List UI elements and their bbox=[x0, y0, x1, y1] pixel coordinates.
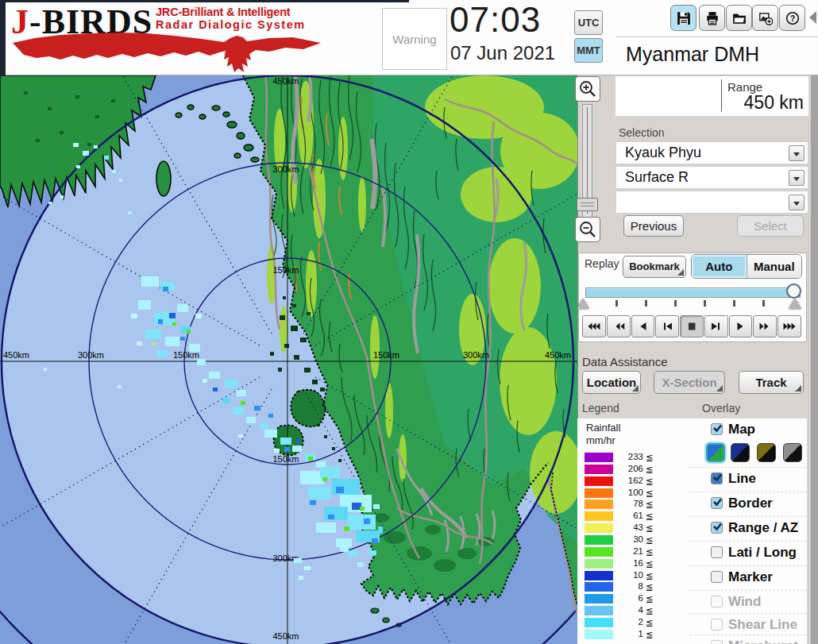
eagle-logo bbox=[11, 32, 322, 73]
utc-button[interactable]: UTC bbox=[574, 10, 603, 35]
legend-leq: ≦ bbox=[646, 452, 654, 463]
zoom-control bbox=[574, 76, 602, 243]
legend-leq: ≦ bbox=[646, 523, 654, 534]
xsection-button[interactable]: X-Section bbox=[654, 371, 725, 394]
site-value: Kyauk Phyu bbox=[625, 145, 701, 161]
chevron-down-icon[interactable] bbox=[789, 170, 804, 186]
legend-value: 2 bbox=[588, 617, 643, 627]
legend-value: 100 bbox=[588, 488, 643, 497]
svg-text:450km: 450km bbox=[3, 350, 29, 360]
legend-leq: ≦ bbox=[646, 629, 654, 640]
overlay-label-map: Map bbox=[728, 422, 755, 438]
print-icon bbox=[705, 11, 720, 25]
slider-start-marker[interactable] bbox=[577, 299, 589, 309]
product-combo[interactable]: Surface R bbox=[615, 166, 808, 189]
mmt-button[interactable]: MMT bbox=[574, 38, 603, 63]
clock-time: 07:03 bbox=[450, 0, 541, 40]
overlay-label-shear-line: Shear Line bbox=[728, 617, 797, 633]
stop-button[interactable] bbox=[680, 315, 704, 337]
fast-rewind-button[interactable] bbox=[607, 315, 631, 337]
panel-scrollbar[interactable] bbox=[811, 75, 818, 644]
legend-value: 43 bbox=[588, 523, 643, 532]
legend-unit: mm/hr bbox=[586, 434, 615, 446]
overlay-checkbox-border[interactable] bbox=[711, 497, 723, 509]
clock-date: 07 Jun 2021 bbox=[450, 42, 555, 64]
folder-icon bbox=[732, 11, 747, 25]
map-style-olive[interactable] bbox=[757, 443, 776, 462]
map-style-green[interactable] bbox=[706, 443, 725, 462]
location-button[interactable]: Location bbox=[582, 371, 641, 394]
overlay-label: Overlay bbox=[702, 402, 740, 415]
logo-subtitle-1: JRC-Brilliant & Intelligent bbox=[156, 6, 290, 18]
legend-value: 61 bbox=[588, 511, 643, 520]
select-button[interactable]: Select bbox=[737, 215, 804, 237]
legend-value: 10 bbox=[588, 570, 643, 580]
panel-collapse-arrow[interactable] bbox=[809, 11, 816, 24]
auto-button[interactable]: Auto bbox=[692, 255, 747, 278]
legend-label: Legend bbox=[582, 402, 619, 415]
overlay-checkbox-line[interactable] bbox=[711, 472, 723, 484]
chevron-down-icon[interactable] bbox=[789, 195, 804, 210]
svg-text:150km: 150km bbox=[272, 265, 299, 275]
legend-leq: ≦ bbox=[646, 558, 654, 569]
overlay-checkbox-lati-long[interactable] bbox=[711, 546, 723, 558]
warning-panel[interactable]: Warning bbox=[382, 8, 447, 70]
svg-text:450km: 450km bbox=[545, 350, 571, 360]
overlay-checkbox-marker[interactable] bbox=[711, 571, 723, 583]
zoom-out-button[interactable] bbox=[575, 217, 600, 242]
legend-value: 30 bbox=[588, 534, 643, 544]
replay-slider-handle[interactable] bbox=[786, 283, 801, 299]
chevron-down-icon[interactable] bbox=[789, 145, 804, 161]
image-plus-icon bbox=[758, 11, 773, 25]
previous-button[interactable]: Previous bbox=[623, 215, 684, 237]
legend-value: 21 bbox=[588, 546, 643, 556]
bookmark-button[interactable]: Bookmark bbox=[623, 256, 686, 278]
overlay-label-range-az: Range / AZ bbox=[728, 520, 798, 536]
track-button[interactable]: Track bbox=[739, 371, 804, 394]
forward-all-button[interactable] bbox=[777, 315, 801, 337]
legend-leq: ≦ bbox=[646, 581, 654, 592]
save-button[interactable] bbox=[670, 5, 696, 31]
step-back-button[interactable] bbox=[655, 315, 679, 337]
play-backward-button[interactable] bbox=[631, 315, 655, 337]
replay-slider[interactable] bbox=[585, 287, 801, 298]
overlay-checkbox-microburst[interactable] bbox=[711, 640, 723, 644]
selection-label: Selection bbox=[619, 126, 665, 139]
overlay-checkbox-shear-line[interactable] bbox=[711, 619, 723, 631]
zoom-in-button[interactable] bbox=[575, 76, 600, 102]
overlay-checkbox-wind[interactable] bbox=[711, 596, 723, 607]
step-forward-button[interactable] bbox=[704, 315, 728, 337]
station-name: Myanmar DMH bbox=[626, 43, 759, 66]
site-combo[interactable]: Kyauk Phyu bbox=[615, 141, 808, 164]
zoom-out-icon bbox=[578, 220, 597, 239]
radar-map[interactable]: 450km 300km 150km 150km 300km 450km 450k… bbox=[0, 75, 577, 644]
overlay-checkbox-map[interactable] bbox=[711, 423, 723, 435]
capture-button[interactable] bbox=[752, 5, 778, 31]
fast-forward-button[interactable] bbox=[753, 315, 777, 337]
overlay-label-wind: Wind bbox=[728, 594, 761, 610]
legend-value: 206 bbox=[588, 464, 643, 473]
replay-label: Replay bbox=[585, 257, 619, 270]
overlay-checkbox-range-az[interactable] bbox=[711, 522, 723, 534]
play-button[interactable] bbox=[729, 315, 753, 337]
slider-end-marker[interactable] bbox=[789, 299, 801, 309]
zoom-slider-thumb[interactable] bbox=[577, 198, 598, 211]
legend-value: 1 bbox=[588, 629, 643, 638]
map-style-navy[interactable] bbox=[731, 443, 750, 462]
print-button[interactable] bbox=[699, 5, 725, 31]
playback-controls bbox=[582, 315, 801, 337]
legend-leq: ≦ bbox=[646, 534, 654, 546]
rewind-all-button[interactable] bbox=[582, 315, 606, 337]
open-folder-button[interactable] bbox=[726, 5, 752, 31]
overlay-label-marker: Marker bbox=[728, 569, 773, 585]
legend-title: Rainfall bbox=[586, 422, 620, 434]
empty-combo[interactable] bbox=[615, 191, 808, 214]
svg-text:?: ? bbox=[790, 14, 795, 23]
manual-button[interactable]: Manual bbox=[747, 255, 802, 278]
help-button[interactable]: ? bbox=[779, 5, 805, 31]
legend-value: 233 bbox=[588, 452, 643, 461]
warning-label: Warning bbox=[383, 33, 446, 46]
legend-value: 4 bbox=[588, 605, 643, 615]
legend-leq: ≦ bbox=[646, 499, 654, 510]
map-style-gray[interactable] bbox=[783, 443, 802, 462]
